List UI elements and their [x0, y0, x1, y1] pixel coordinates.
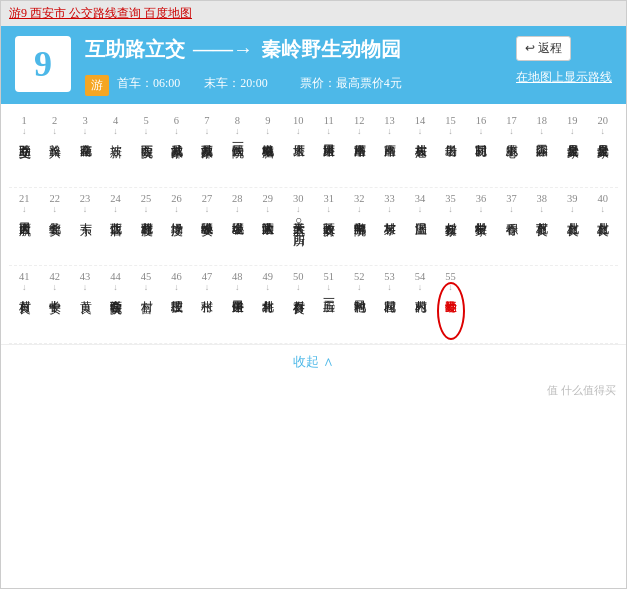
stop-item-4[interactable]: 4↓新坡	[100, 114, 130, 183]
stop-item-40[interactable]: 40↓上北良村	[588, 192, 618, 261]
stop-item-38[interactable]: 38↓下北良村	[527, 192, 557, 261]
browser-tab: 游9 西安市 公交路线查询 百度地图	[1, 1, 626, 26]
stop-item-25[interactable]: 25↓西北绿度村	[131, 192, 161, 261]
stop-item-22[interactable]: 22↓北长安街	[39, 192, 69, 261]
stop-item-49[interactable]: 49↓北斗角村	[253, 270, 283, 339]
stop-item-35[interactable]: 35↓任家寨村	[435, 192, 465, 261]
stop-item-19[interactable]: 19↓金昆家具居	[557, 114, 587, 183]
collapse-button[interactable]: 收起 ∧	[1, 344, 626, 379]
watermark: 值 什么值得买	[1, 379, 626, 402]
stop-item-5[interactable]: 5↓西安医院	[131, 114, 161, 183]
route-number: 9	[15, 36, 71, 92]
stop-item-16[interactable]: 16↓瓦胡同村	[466, 114, 496, 183]
stop-item-39[interactable]: 39↓上北良村	[557, 192, 587, 261]
back-button[interactable]: ↩ 返程	[516, 36, 571, 61]
stop-item-21[interactable]: 21↓航天大道西口	[9, 192, 39, 261]
stop-item-11[interactable]: 11↓大雁塔路口	[314, 114, 344, 183]
stop-item-18[interactable]: 18↓二森国际	[527, 114, 557, 183]
stop-item-15[interactable]: 15↓射击场	[435, 114, 465, 183]
stop-item-48[interactable]: 48↓子午大道路口	[222, 270, 252, 339]
route-info: 互助路立交 ——→ 秦岭野生动物园 游 首车：06:00 末车：20:00 票价…	[85, 36, 502, 96]
stop-item-53[interactable]: 53↓花园村	[374, 270, 404, 339]
stop-item-47[interactable]: 47↓张村	[192, 270, 222, 339]
stop-item-54[interactable]: 54↓内苑村	[405, 270, 435, 339]
stop-item-33[interactable]: 33↓茅坡村	[374, 192, 404, 261]
stop-item-41[interactable]: 41↓黄良村	[9, 270, 39, 339]
route-meta: 游 首车：06:00 末车：20:00 票价：最高票价4元	[85, 67, 502, 96]
map-link[interactable]: 在地图上显示路线	[516, 69, 612, 88]
stop-item-32[interactable]: 32↓郵电学院南	[344, 192, 374, 261]
main-container: 游9 西安市 公交路线查询 百度地图 9 互助路立交 ——→ 秦岭野生动物园 游…	[0, 0, 627, 589]
stop-item-7[interactable]: 7↓西部家具城	[192, 114, 222, 183]
stop-item-27[interactable]: 27↓长安绿城小区	[192, 192, 222, 261]
stop-item-10[interactable]: 10↓大雁塔	[283, 114, 313, 183]
stops-row-1: 1↓互助路立交2↓长兴路3↓金花南路4↓新坡5↓西安医院6↓武部家具城7↓西部家…	[9, 110, 618, 188]
stop-item-37[interactable]: 37↓香积寺	[496, 192, 526, 261]
stop-item-17[interactable]: 17↓展览中心	[496, 114, 526, 183]
stop-item-23[interactable]: 23↓韦东	[70, 192, 100, 261]
stops-section: 1↓互助路立交2↓长兴路3↓金花南路4↓新坡5↓西安医院6↓武部家具城7↓西部家…	[1, 104, 626, 402]
stop-item-55[interactable]: 55↓秦岭野生动	[435, 270, 465, 339]
stop-item-26[interactable]: 26↓绿度广场	[161, 192, 191, 261]
stop-item-42[interactable]: 42↓长安十中	[39, 270, 69, 339]
stop-item-20[interactable]: 20↓金昆家具居	[588, 114, 618, 183]
stops-row-3: 41↓黄良村42↓长安十中43↓黄良44↓西安联合学院45↓富村46↓理工技校4…	[9, 266, 618, 344]
stop-item-36[interactable]: 36↓杜家村中学	[466, 192, 496, 261]
route-arrow: ——→	[193, 38, 253, 61]
stop-item-8[interactable]: 8↓铁一局医院	[222, 114, 252, 183]
route-from: 互助路立交	[85, 36, 185, 63]
tab-link[interactable]: 游9 西安市 公交路线查询 百度地图	[9, 6, 192, 20]
stops-grid: 1↓互助路立交2↓长兴路3↓金花南路4↓新坡5↓西安医院6↓武部家具城7↓西部家…	[1, 104, 626, 344]
stop-item-46[interactable]: 46↓理工技校	[161, 270, 191, 339]
stop-item-43[interactable]: 43↓黄良	[70, 270, 100, 339]
route-to: 秦岭野生动物园	[261, 36, 401, 63]
route-header: 9 互助路立交 ——→ 秦岭野生动物园 游 首车：06:00 末车：20:00 …	[1, 26, 626, 104]
stop-item-2[interactable]: 2↓长兴路	[39, 114, 69, 183]
stop-item-31[interactable]: 31↓长安区政府	[314, 192, 344, 261]
stop-item-14[interactable]: 14↓庙坡头村	[405, 114, 435, 183]
stop-item-44[interactable]: 44↓西安联合学院	[100, 270, 130, 339]
stop-item-34[interactable]: 34↓温国堡	[405, 192, 435, 261]
first-bus: 首车：06:00	[117, 75, 180, 92]
stop-item-9[interactable]: 9↓秦格电脑城	[253, 114, 283, 183]
stop-item-51[interactable]: 51↓一二〇五所	[314, 270, 344, 339]
last-bus: 末车：20:00	[204, 75, 267, 92]
ticket-info: 票价：最高票价4元	[300, 75, 402, 92]
stop-item-52[interactable]: 52↓鸭池口村	[344, 270, 374, 339]
stop-item-1[interactable]: 1↓互助路立交	[9, 114, 39, 183]
stops-row-2: 21↓航天大道西口22↓北长安街23↓韦东24↓西北饭店25↓西北绿度村26↓绿…	[9, 188, 618, 266]
stop-item-28[interactable]: 28↓金堤城小区	[222, 192, 252, 261]
stop-item-45[interactable]: 45↓富村	[131, 270, 161, 339]
stop-item-24[interactable]: 24↓西北饭店	[100, 192, 130, 261]
route-badge: 游	[85, 75, 109, 96]
stop-item-30[interactable]: 30↓航天大学五○四所	[283, 192, 313, 261]
route-title: 互助路立交 ——→ 秦岭野生动物园	[85, 36, 502, 63]
stop-item-13[interactable]: 13↓雁南路	[374, 114, 404, 183]
stop-item-12[interactable]: 12↓雁塔南路	[344, 114, 374, 183]
stop-item-6[interactable]: 6↓武部家具城	[161, 114, 191, 183]
stop-item-29[interactable]: 29↓政法大学南区	[253, 192, 283, 261]
stop-item-50[interactable]: 50↓乔良泰村	[283, 270, 313, 339]
stop-item-3[interactable]: 3↓金花南路	[70, 114, 100, 183]
route-meta-row1: 游 首车：06:00 末车：20:00 票价：最高票价4元	[85, 71, 402, 96]
